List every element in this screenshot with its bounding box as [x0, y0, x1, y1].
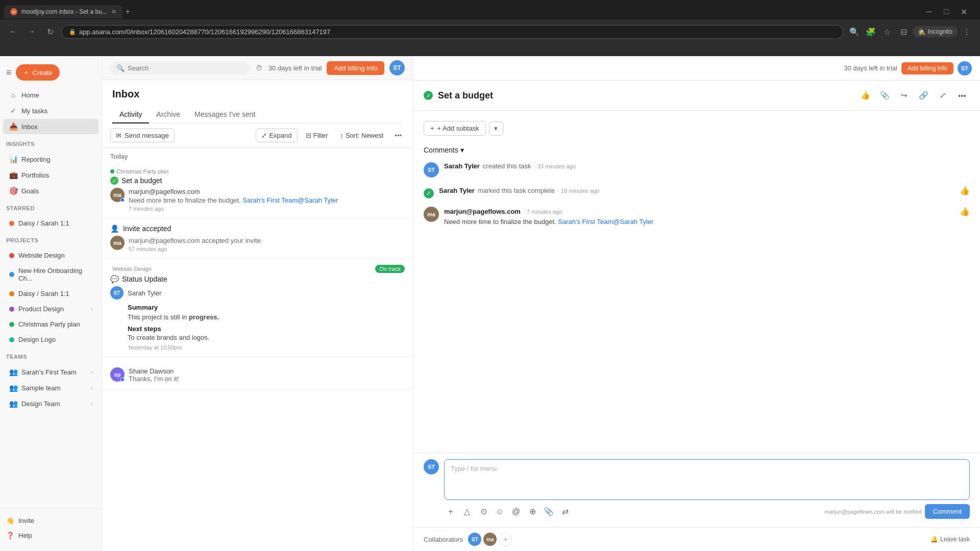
inbox-item-status-update[interactable]: Website Design On track 💬 Status Update …: [102, 259, 413, 357]
tab-messages-sent[interactable]: Messages I've sent: [187, 106, 262, 123]
window-maximize-btn[interactable]: □: [939, 5, 953, 19]
tab-archive[interactable]: Archive: [149, 106, 187, 123]
inbox-item-task-name: ✓ Set a budget: [110, 177, 405, 185]
subtask-expand-btn[interactable]: ▾: [489, 121, 503, 136]
comments-header[interactable]: Comments ▾: [424, 146, 970, 154]
sidebar-item-portfolios[interactable]: 💼 Portfolios: [3, 167, 99, 183]
sidebar-item-daisy-sarah-proj[interactable]: Daisy / Sarah 1:1: [3, 286, 99, 301]
window-close-btn[interactable]: ✕: [957, 5, 971, 19]
inbox-item-shane[interactable]: sp Shane Dawson Thanks, I'm on it!: [102, 357, 413, 389]
filter-label: Filter: [313, 132, 328, 139]
detail-attachment-btn[interactable]: 📎: [877, 88, 892, 103]
inbox-item-set-a-budget[interactable]: Christmas Party plan ✓ Set a budget ma m…: [102, 162, 413, 218]
comment-2-header: Sarah Tyler marked this task complete · …: [439, 186, 970, 195]
add-billing-btn[interactable]: Add billing info: [327, 61, 384, 75]
leave-task-btn[interactable]: 🔔 Leave task: [930, 536, 970, 543]
sidebar-item-daisy-sarah-starred[interactable]: Daisy / Sarah 1:1: [3, 216, 99, 231]
more-btn[interactable]: •••: [391, 129, 405, 142]
meta-link-text: Sarah's First Team@Sarah Tyler: [242, 196, 338, 204]
notified-text: marjun@pageflows.com will be notified: [824, 509, 921, 515]
window-minimize-btn[interactable]: ─: [922, 5, 936, 19]
comment-2-like-btn[interactable]: 👍: [960, 186, 970, 195]
detail-top-billing-btn[interactable]: Add billing info: [901, 62, 953, 74]
format-triangle-btn[interactable]: △: [460, 505, 474, 518]
portfolios-icon: 💼: [9, 171, 17, 179]
format-emoji-btn[interactable]: ☺: [493, 505, 506, 518]
send-message-btn[interactable]: ✉ Send message: [110, 129, 175, 142]
subtask-expand-icon: ▾: [494, 124, 498, 132]
forward-btn[interactable]: →: [24, 24, 39, 39]
filter-btn[interactable]: ⊟ Filter: [302, 129, 332, 142]
detail-more-btn[interactable]: •••: [954, 88, 970, 103]
refresh-btn[interactable]: ↻: [43, 24, 57, 39]
format-tag-btn[interactable]: ⊕: [526, 505, 539, 518]
sidebar-item-product-design[interactable]: Product Design ›: [3, 302, 99, 316]
format-attachment-btn[interactable]: 📎: [542, 505, 555, 518]
format-record-btn[interactable]: ⊙: [477, 505, 490, 518]
sidebar-item-help[interactable]: ❓ Help: [0, 528, 102, 543]
extension-btn[interactable]: 🧩: [864, 24, 878, 39]
browser-menu-btn[interactable]: ⋮: [960, 24, 974, 39]
expand-btn[interactable]: ⤢ Expand: [256, 129, 297, 142]
comment-3-like-btn[interactable]: 👍: [960, 207, 970, 216]
sidebar-item-reporting[interactable]: 📊 Reporting: [3, 152, 99, 167]
sidebar-item-christmas-party[interactable]: Christmas Party plan: [3, 317, 99, 332]
collab-avatar-ma[interactable]: ma: [483, 533, 497, 546]
create-btn[interactable]: ＋ Create: [16, 64, 60, 81]
user-avatar[interactable]: ST: [389, 60, 405, 76]
shane-item: sp Shane Dawson Thanks, I'm on it!: [110, 363, 405, 383]
sort-btn[interactable]: ↕ Sort: Newest: [336, 129, 387, 142]
sidebar-item-new-hire[interactable]: New Hire Onboarding Ch...: [3, 263, 99, 286]
detail-forward-btn[interactable]: ↪: [896, 88, 912, 103]
new-tab-btn[interactable]: +: [122, 4, 133, 19]
sidebar-item-goals[interactable]: 🎯 Goals: [3, 183, 99, 198]
tab-close-btn[interactable]: ✕: [111, 8, 116, 15]
sidebar-item-sarahs-first-team[interactable]: 👥 Sarah's First Team ›: [3, 364, 99, 380]
detail-top-avatar[interactable]: ST: [958, 61, 972, 76]
comment-input-box[interactable]: Type / for menu: [444, 459, 970, 500]
sidebar-item-design-team[interactable]: 👥 Design Team ›: [3, 396, 99, 411]
sidebar-item-website-design[interactable]: Website Design: [3, 248, 99, 263]
hamburger-btn[interactable]: ≡: [6, 67, 12, 78]
add-subtask-btn[interactable]: + + Add subtask: [424, 121, 486, 136]
incognito-badge: 🕵 Incognito: [913, 26, 958, 37]
collab-avatar-st[interactable]: ST: [468, 533, 481, 546]
bookmark-btn[interactable]: ☆: [880, 24, 894, 39]
detail-expand-btn[interactable]: ⤢: [935, 88, 950, 103]
search-page-btn[interactable]: 🔍: [847, 24, 862, 39]
sidebar-item-my-tasks[interactable]: ✓ My tasks: [3, 103, 99, 118]
comment-1-action: created this task: [483, 162, 531, 170]
detail-like-btn[interactable]: 👍: [857, 88, 873, 103]
invite-title: Invite accepted: [123, 224, 405, 233]
search-input[interactable]: [128, 64, 243, 72]
home-icon: ⌂: [9, 91, 17, 99]
detail-link-btn[interactable]: 🔗: [916, 88, 931, 103]
collab-add-btn[interactable]: +: [499, 533, 512, 546]
format-mention-btn[interactable]: @: [509, 505, 523, 518]
sidebar-item-invite[interactable]: 👋 Invite: [0, 513, 102, 528]
shane-content: Shane Dawson Thanks, I'm on it!: [129, 367, 179, 383]
address-bar[interactable]: 🔒 app.asana.com/0/inbox/1206160204288770…: [61, 25, 843, 39]
comment-input-row: ST Type / for menu: [424, 459, 970, 500]
invite-sender-initials: ma: [113, 240, 121, 246]
inbox-item-invite-accepted[interactable]: 👤 Invite accepted ma marjun@pageflows.co…: [102, 218, 413, 259]
sidebar-item-sample-team[interactable]: 👥 Sample team ›: [3, 380, 99, 395]
comment-3-link[interactable]: Sarah's First Team@Sarah Tyler: [558, 218, 653, 226]
active-browser-tab[interactable]: M moodjoy.com inbox - Set a bu... ✕: [4, 5, 122, 18]
back-btn[interactable]: ←: [6, 24, 20, 39]
sidebar-btn[interactable]: ⊟: [896, 24, 911, 39]
sidebar-item-inbox[interactable]: 📥 Inbox: [3, 119, 99, 134]
sidebar-item-design-logo[interactable]: Design Logo: [3, 332, 99, 347]
add-subtask-row: + + Add subtask ▾: [424, 121, 970, 136]
website-design-dot: [9, 253, 14, 258]
meta-link[interactable]: Sarah's First Team@Sarah Tyler: [242, 196, 338, 204]
tab-activity[interactable]: Activity: [112, 106, 149, 123]
inbox-header: Inbox Activity Archive Messages I've sen…: [102, 80, 413, 123]
detail-top-trial-text: 30 days left in trial: [844, 64, 897, 72]
format-more-btn[interactable]: ⇄: [558, 505, 572, 518]
sidebar-item-home[interactable]: ⌂ Home: [3, 87, 99, 103]
comment-submit-btn[interactable]: Comment: [925, 504, 970, 519]
format-plus-btn[interactable]: +: [444, 505, 457, 518]
history-btn[interactable]: ⏱: [256, 64, 262, 72]
status-task-name-text: Status Update: [122, 275, 167, 283]
